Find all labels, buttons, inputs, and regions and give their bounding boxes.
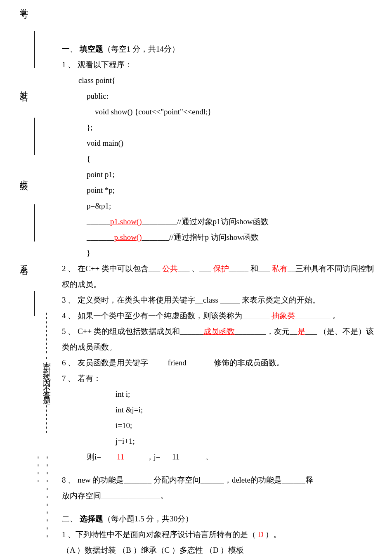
code-line: int i; — [62, 386, 375, 402]
q7-lead: 7 、 若有： — [62, 371, 375, 386]
q3-block: 3 、 定义类时，在类头中将使用关键字__class _____ 来表示类定义的… — [62, 292, 375, 308]
q6-text: 友员函数是用关键字_____friend_______修饰的非成员函数。 — [78, 358, 284, 367]
text: _____ 和___ — [229, 264, 272, 273]
q5-num: 5 、 — [62, 327, 76, 336]
q7-result: 则i=____11_____ ，j=___11______ 。 — [62, 449, 375, 465]
q8-line1: 8 、 new 的功能是_______ 分配内存空间______，delete的… — [62, 472, 375, 488]
code-line: i=10; — [62, 418, 375, 433]
q6-num: 6 、 — [62, 358, 76, 367]
code-line: { — [62, 151, 375, 167]
text: ）。 — [264, 530, 281, 539]
q5-block: 5 、 C++ 类的组成包括数据成员和______成员函数________，友元… — [62, 324, 375, 355]
q7-text: 若有： — [78, 374, 101, 383]
code-line: void main() — [62, 135, 375, 151]
q2-num: 2 、 — [62, 264, 76, 273]
text: ___ 、___ — [178, 264, 213, 273]
q3-num: 3 、 — [62, 296, 76, 304]
code-line: point p1; — [62, 167, 375, 182]
code-line: p=&p1; — [62, 198, 375, 214]
s2-q1-opts: （A ）数据封装 （B ）继承（C ）多态性 （D ）模板 — [62, 542, 375, 554]
vline — [34, 291, 35, 316]
answer: 11 — [117, 452, 124, 461]
q4-num: 4 、 — [62, 311, 76, 320]
code-line: int &j=i; — [62, 402, 375, 418]
vline — [34, 118, 35, 155]
vline — [34, 31, 35, 68]
q8-text1: new 的功能是_______ 分配内存空间______，delete的功能是_… — [78, 476, 313, 484]
label-student-id: 学号 — [19, 2, 30, 7]
answer: 成员函数 — [203, 327, 235, 336]
code-line: _______p.show()_______//通过指针p 访问show函数 — [62, 230, 375, 245]
section-2-num: 二、 — [62, 514, 78, 523]
q6-block: 6 、 友员函数是用关键字_____friend_______修饰的非成员函数。 — [62, 355, 375, 371]
answer: 抽象类 — [272, 311, 295, 320]
section-1-num: 一、 — [62, 45, 78, 53]
blank: _______//通过指针p 访问show函数 — [142, 233, 259, 241]
q1-num: 1 、 — [62, 60, 76, 69]
answer: 私有 — [272, 264, 288, 273]
s2-q1: 1 、下列特性中不是面向对象程序设计语言所特有的是（ D ）。 — [62, 527, 375, 542]
q8-num: 8 、 — [62, 476, 76, 484]
section-1-header: 一、 填空题（每空1 分，共14分） — [62, 41, 375, 57]
q4-block: 4 、 如果一个类中至少有一个纯虚函数，则该类称为_______ 抽象类____… — [62, 308, 375, 324]
section-2-scoring: （每小题1.5 分，共30分） — [103, 514, 194, 523]
seal-dashes: - - - - - - - - - - - - - - - — [43, 456, 52, 547]
text: _________ 。 — [295, 311, 340, 320]
code-line: ______p1.show()_________//通过对象p1访问show函数 — [62, 214, 375, 230]
blank: _______ — [87, 233, 114, 241]
label-department: 系名 — [19, 258, 30, 263]
code-line: point *p; — [62, 182, 375, 198]
code-line: } — [62, 245, 375, 261]
q1-text: 观看以下程序： — [78, 60, 132, 69]
binding-sidebar: 学号 姓名 班级 系名 ----------密-封-线-内-不-答-题-----… — [19, 2, 47, 547]
section-2-title: 选择题 — [80, 514, 103, 523]
code-line: class point{ — [62, 73, 375, 88]
text: ______ 。 — [179, 452, 213, 461]
label-class: 班级 — [19, 173, 30, 178]
q7-num: 7 、 — [62, 374, 76, 383]
answer: p.show() — [114, 233, 142, 241]
text: 下列特性中不是面向对象程序设计语言所特有的是（ — [76, 530, 258, 539]
answer: p1.show() — [110, 217, 142, 226]
blank: ______ — [87, 217, 110, 226]
answer: 11 — [172, 452, 179, 461]
q2-block: 2 、 在C++ 类中可以包含___ 公共___ 、___ 保护_____ 和_… — [62, 261, 375, 292]
blank: _________//通过对象p1访问show函数 — [142, 217, 269, 226]
text: 如果一个类中至少有一个纯虚函数，则该类称为_______ — [78, 311, 272, 320]
answer: D — [258, 530, 264, 539]
section-2-header: 二、 选择题（每小题1.5 分，共30分） — [62, 511, 375, 527]
label-name: 姓名 — [19, 85, 30, 90]
q8-line2: 放内存空间_______________。 — [62, 488, 375, 504]
section-1-scoring: （每空1 分，共14分） — [103, 45, 179, 53]
code-line: public: — [62, 88, 375, 104]
code-line: }; — [62, 120, 375, 135]
answer: 公共 — [162, 264, 178, 273]
q1-lead: 1 、 观看以下程序： — [62, 57, 375, 73]
q3-text: 定义类时，在类头中将使用关键字__class _____ 来表示类定义的开始。 — [78, 296, 320, 304]
answer: 保护 — [213, 264, 229, 273]
answer: 是 — [298, 327, 305, 336]
vline — [34, 204, 35, 241]
q-num: 1 、 — [62, 530, 76, 539]
text: ________，友元__ — [235, 327, 298, 336]
section-1-title: 填空题 — [80, 45, 103, 53]
text: 在C++ 类中可以包含___ — [78, 264, 162, 273]
code-line: j=i+1; — [62, 433, 375, 449]
code-line: void show() {cout<<"point"<<endl;} — [62, 104, 375, 120]
text: _____ ，j=___ — [124, 452, 172, 461]
text: 则i=____ — [87, 452, 117, 461]
page-content: 一、 填空题（每空1 分，共14分） 1 、 观看以下程序： class poi… — [62, 41, 375, 554]
text: C++ 类的组成包括数据成员和______ — [78, 327, 203, 336]
